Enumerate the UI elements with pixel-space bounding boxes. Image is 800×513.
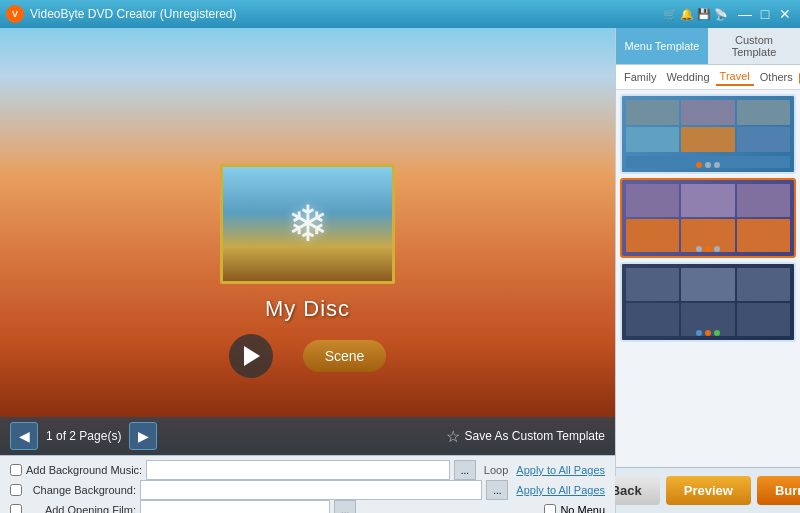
action-buttons: Back Preview Burn [628, 476, 788, 505]
titlebar-controls: 🛒 🔔 💾 📡 — □ ✕ [663, 5, 794, 23]
opening-film-browse-button[interactable]: ... [334, 500, 356, 513]
snowflake-icon: ❄ [287, 195, 329, 253]
play-icon [244, 346, 260, 366]
template-item[interactable] [620, 178, 796, 258]
minimize-button[interactable]: — [736, 5, 754, 23]
opening-film-row: Add Opening Film: ... No Menu [10, 500, 605, 513]
save-template-label: Save As Custom Template [464, 429, 605, 443]
opening-film-input[interactable] [140, 500, 330, 513]
disc-buttons: Scene [229, 334, 387, 378]
right-panel: Menu Template Custom Template Family Wed… [615, 28, 800, 513]
apply-all-pages-2[interactable]: Apply to All Pages [516, 484, 605, 496]
template-item[interactable] [620, 262, 796, 342]
page-indicator: 1 of 2 Page(s) [46, 429, 121, 443]
template-tabs: Menu Template Custom Template [616, 28, 800, 65]
next-page-button[interactable]: ▶ [129, 422, 157, 450]
titlebar-left: V VideoByte DVD Creator (Unregistered) [6, 5, 237, 23]
cat-wedding[interactable]: Wedding [662, 69, 713, 85]
main-container: ❄ My Disc Scene ◀ 1 of 2 Page(s) ▶ ☆ [0, 28, 800, 513]
custom-template-tab[interactable]: Custom Template [708, 28, 800, 64]
maximize-button[interactable]: □ [756, 5, 774, 23]
no-menu-label: No Menu [560, 504, 605, 513]
bg-music-checkbox[interactable] [10, 464, 22, 476]
bg-music-input[interactable] [146, 460, 450, 480]
nav-left: ◀ 1 of 2 Page(s) ▶ [10, 422, 157, 450]
change-bg-browse-button[interactable]: ... [486, 480, 508, 500]
app-title: VideoByte DVD Creator (Unregistered) [30, 7, 237, 21]
menu-template-tab[interactable]: Menu Template [616, 28, 708, 64]
app-logo: V [6, 5, 24, 23]
star-icon: ☆ [446, 427, 460, 446]
loop-label: Loop [484, 464, 508, 476]
change-bg-label: Change Background: [26, 484, 136, 496]
cat-others[interactable]: Others [756, 69, 797, 85]
apply-all-pages-1[interactable]: Apply to All Pages [516, 464, 605, 476]
bottom-buttons-bar: Back Preview Burn [616, 467, 800, 513]
disc-image: ❄ [220, 164, 395, 284]
scene-button[interactable]: Scene [303, 340, 387, 372]
change-bg-row: Change Background: ... Apply to All Page… [10, 480, 605, 500]
preview-button[interactable]: Preview [666, 476, 751, 505]
bottom-toolbar: Add Background Music: ... Loop Apply to … [0, 455, 615, 513]
play-button[interactable] [229, 334, 273, 378]
cat-travel[interactable]: Travel [716, 68, 754, 86]
burn-button[interactable]: Burn [757, 476, 800, 505]
opening-film-checkbox[interactable] [10, 504, 22, 513]
bg-music-browse-button[interactable]: ... [454, 460, 476, 480]
change-bg-checkbox[interactable] [10, 484, 22, 496]
bg-music-row: Add Background Music: ... Loop Apply to … [10, 460, 605, 480]
no-menu-checkbox[interactable] [544, 504, 556, 513]
close-button[interactable]: ✕ [776, 5, 794, 23]
navigation-bar: ◀ 1 of 2 Page(s) ▶ ☆ Save As Custom Temp… [0, 417, 615, 455]
disc-preview: ❄ My Disc Scene [220, 164, 395, 378]
save-template-button[interactable]: ☆ Save As Custom Template [446, 427, 605, 446]
template-item[interactable] [620, 94, 796, 174]
bg-music-label: Add Background Music: [26, 464, 142, 476]
prev-page-button[interactable]: ◀ [10, 422, 38, 450]
preview-area: ❄ My Disc Scene ◀ 1 of 2 Page(s) ▶ ☆ [0, 28, 615, 513]
category-tabs: Family Wedding Travel Others ▶ [616, 65, 800, 90]
nav-right: ☆ Save As Custom Template [446, 427, 605, 446]
template-list [616, 90, 800, 467]
opening-film-label: Add Opening Film: [26, 504, 136, 513]
disc-title: My Disc [265, 296, 350, 322]
no-menu-container: No Menu [544, 504, 605, 513]
cat-family[interactable]: Family [620, 69, 660, 85]
titlebar: V VideoByte DVD Creator (Unregistered) 🛒… [0, 0, 800, 28]
change-bg-input[interactable] [140, 480, 482, 500]
